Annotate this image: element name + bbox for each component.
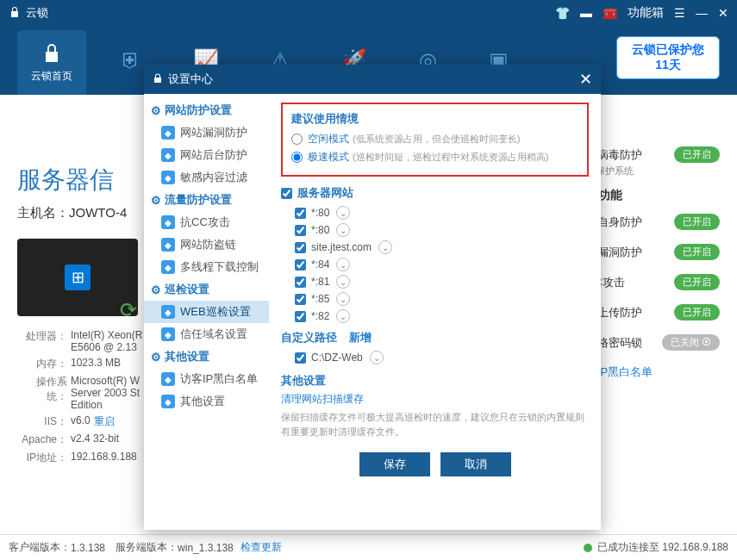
virus-protect-badge[interactable]: 已开启 xyxy=(674,146,720,163)
sidebar-item[interactable]: ◆抗CC攻击 xyxy=(144,211,269,233)
check-update-link[interactable]: 检查更新 xyxy=(240,540,282,555)
idle-mode-radio[interactable] xyxy=(291,134,303,145)
status-bar: 客户端版本： 1.3.138 服务端版本： win_1.3.138 检查更新 已… xyxy=(0,534,737,560)
chat-icon[interactable]: ▬ xyxy=(580,6,592,20)
sidebar-item-label: 网站防盗链 xyxy=(180,237,236,252)
path-label: C:\DZ-Web xyxy=(311,352,363,364)
recommendation-box: 建议使用情境 空闲模式 (低系统资源占用，但会使巡检时间变长) 极速模式 (巡检… xyxy=(281,103,589,177)
site-label: *:81 xyxy=(311,276,329,288)
clear-cache-link[interactable]: 清理网站扫描缓存 xyxy=(281,392,364,407)
toolbox-label[interactable]: 功能箱 xyxy=(628,5,664,21)
add-path-link[interactable]: 新增 xyxy=(349,330,372,345)
sidebar-group-other: ⚙其他设置 xyxy=(144,345,269,368)
fast-mode-label: 极速模式 xyxy=(308,150,349,165)
connection-status-dot xyxy=(584,544,592,552)
toolbox-icon[interactable]: 🧰 xyxy=(603,6,617,20)
site-checkbox[interactable] xyxy=(295,208,306,219)
server-sites-title: 服务器网站 xyxy=(297,185,353,201)
cube-icon: ◆ xyxy=(161,148,175,162)
nav-shield-icon[interactable]: ⛨ xyxy=(121,48,141,72)
close-icon[interactable]: ✕ xyxy=(718,6,728,20)
iis-restart-link[interactable]: 重启 xyxy=(94,414,115,429)
site-label: *:85 xyxy=(311,293,329,305)
lock-large-icon xyxy=(40,41,64,65)
ip-value: 192.168.9.188 xyxy=(71,451,137,465)
site-label: *:80 xyxy=(311,224,329,236)
fast-mode-hint: (巡检时间短，巡检过程中对系统资源占用稍高) xyxy=(353,151,548,164)
chevron-down-icon[interactable]: ⌄ xyxy=(370,351,384,364)
chevron-down-icon[interactable]: ⌄ xyxy=(336,292,350,306)
sidebar-item[interactable]: ◆网站后台防护 xyxy=(144,144,269,166)
site-checkbox[interactable] xyxy=(295,225,306,236)
sidebar-item[interactable]: ◆多线程下载控制 xyxy=(144,256,269,278)
path-checkbox[interactable] xyxy=(295,352,306,364)
site-label: *:80 xyxy=(311,207,329,219)
virus-protect-sub: 建保护系统 xyxy=(586,165,720,177)
site-checkbox[interactable] xyxy=(295,259,306,271)
nav-home-label: 云锁首页 xyxy=(31,69,72,84)
chevron-down-icon[interactable]: ⌄ xyxy=(336,275,350,289)
nav-home-tab[interactable]: 云锁首页 xyxy=(17,30,86,95)
cube-icon: ◆ xyxy=(161,238,175,252)
rec-title: 建议使用情境 xyxy=(291,111,578,127)
site-label: *:82 xyxy=(311,310,329,322)
gear-icon: ⚙ xyxy=(151,194,161,207)
shirt-icon[interactable]: 👕 xyxy=(555,6,570,20)
sidebar-item-label: 网站后台防护 xyxy=(180,147,247,163)
sidebar-item[interactable]: ◆敏感内容过滤 xyxy=(144,166,269,189)
feature-badge[interactable]: 已开启 xyxy=(674,304,720,320)
cancel-button[interactable]: 取消 xyxy=(440,452,511,476)
cube-icon: ◆ xyxy=(161,395,175,408)
minimize-icon[interactable]: — xyxy=(696,6,708,20)
sidebar-item[interactable]: ◆信任域名设置 xyxy=(144,323,269,345)
site-checkbox[interactable] xyxy=(295,277,306,288)
cpu-value: Intel(R) Xeon(R E5606 @ 2.13 xyxy=(71,329,142,353)
connection-status: 已成功连接至 192.168.9.188 xyxy=(597,540,728,555)
modal-close-button[interactable]: ✕ xyxy=(579,70,592,89)
chevron-down-icon[interactable]: ⌄ xyxy=(336,223,350,237)
save-button[interactable]: 保存 xyxy=(359,452,430,476)
sidebar-item[interactable]: ◆WEB巡检设置 xyxy=(144,301,269,323)
os-label: 操作系统： xyxy=(17,375,67,411)
idle-mode-hint: (低系统资源占用，但会使巡检时间变长) xyxy=(353,133,520,146)
sidebar-group-traffic: ⚙流量防护设置 xyxy=(144,189,269,211)
chevron-down-icon[interactable]: ⌄ xyxy=(336,258,350,271)
gear-icon: ⚙ xyxy=(151,283,161,296)
chevron-down-icon[interactable]: ⌄ xyxy=(336,206,350,220)
feature-badge[interactable]: 已开启 xyxy=(674,244,720,260)
cube-icon: ◆ xyxy=(161,327,175,341)
chevron-down-icon[interactable]: ⌄ xyxy=(336,309,350,323)
modal-header: 设置中心 ✕ xyxy=(144,65,601,94)
site-checkbox[interactable] xyxy=(295,242,306,253)
feature-badge[interactable]: 已开启 xyxy=(674,214,720,230)
gear-icon: ⚙ xyxy=(151,104,161,117)
feature-badge[interactable]: 已开启 xyxy=(674,274,720,290)
cube-icon: ◆ xyxy=(161,171,175,184)
iis-label: IIS： xyxy=(17,414,67,429)
mem-value: 1023.3 MB xyxy=(71,357,121,371)
sidebar-item[interactable]: ◆网站漏洞防护 xyxy=(144,121,269,144)
protection-line1: 云锁已保护您 xyxy=(632,42,704,58)
other-settings-title: 其他设置 xyxy=(281,373,589,389)
feature-badge[interactable]: 已关闭 ⦿ xyxy=(662,334,720,351)
fast-mode-radio[interactable] xyxy=(291,152,303,163)
idle-mode-label: 空闲模式 xyxy=(308,132,349,146)
sidebar-item[interactable]: ◆其他设置 xyxy=(144,390,269,413)
sidebar-item[interactable]: ◆访客IP黑白名单 xyxy=(144,368,269,390)
site-label: *:84 xyxy=(311,258,329,271)
custom-path-title: 自定义路径 xyxy=(281,330,337,345)
refresh-icon[interactable]: ⟳ xyxy=(120,298,142,320)
sidebar-item-label: 多线程下载控制 xyxy=(180,259,259,275)
server-sites-checkbox[interactable] xyxy=(281,188,292,199)
server-image: ⊞ ⟳ xyxy=(17,239,138,316)
cube-icon: ◆ xyxy=(161,372,175,386)
apache-label: Apache： xyxy=(17,432,67,447)
menu-icon[interactable]: ☰ xyxy=(674,6,685,20)
cube-icon: ◆ xyxy=(161,126,175,140)
chevron-down-icon[interactable]: ⌄ xyxy=(378,240,392,254)
mem-label: 内存： xyxy=(17,357,67,371)
windows-icon: ⊞ xyxy=(65,264,91,290)
sidebar-item[interactable]: ◆网站防盗链 xyxy=(144,233,269,256)
site-checkbox[interactable] xyxy=(295,294,306,305)
site-checkbox[interactable] xyxy=(295,311,306,322)
